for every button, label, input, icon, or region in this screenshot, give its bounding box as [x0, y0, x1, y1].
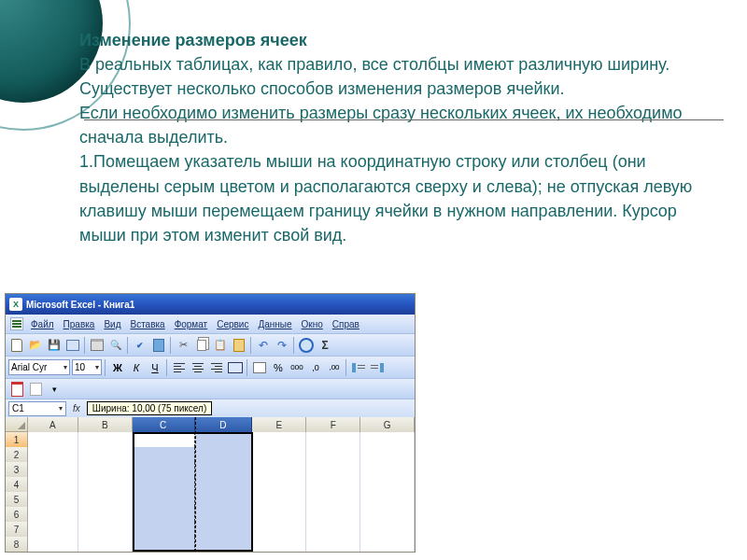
- cell[interactable]: [252, 522, 306, 537]
- currency-icon[interactable]: [251, 359, 268, 376]
- cell[interactable]: [360, 432, 415, 447]
- open-icon[interactable]: [27, 337, 44, 354]
- row-header[interactable]: 1: [6, 432, 28, 447]
- decrease-indent-icon[interactable]: [350, 359, 367, 376]
- cell[interactable]: [306, 432, 360, 447]
- cell[interactable]: [195, 492, 253, 507]
- menu-file[interactable]: Файл: [26, 319, 59, 329]
- worksheet-menu-icon[interactable]: [10, 317, 23, 330]
- cell[interactable]: [28, 537, 78, 552]
- cell[interactable]: [133, 492, 195, 507]
- menu-data[interactable]: Данные: [253, 319, 296, 329]
- row-header[interactable]: 2: [6, 447, 28, 462]
- hyperlink-icon[interactable]: [298, 337, 315, 354]
- menu-window[interactable]: Окно: [297, 319, 328, 329]
- cell[interactable]: [195, 447, 253, 462]
- cell[interactable]: [252, 537, 306, 552]
- cell[interactable]: [78, 537, 133, 552]
- row-header[interactable]: 4: [6, 477, 28, 492]
- select-all-corner[interactable]: [6, 417, 28, 432]
- cell[interactable]: [28, 432, 78, 447]
- cell[interactable]: [306, 522, 360, 537]
- cell[interactable]: [252, 462, 306, 477]
- cell[interactable]: [133, 432, 195, 447]
- increase-indent-icon[interactable]: [369, 359, 386, 376]
- cell[interactable]: [133, 462, 195, 477]
- cell[interactable]: [306, 507, 360, 522]
- font-size-select[interactable]: 10▾: [72, 359, 102, 375]
- autosum-icon[interactable]: [317, 337, 333, 354]
- merge-cells-icon[interactable]: [227, 359, 244, 376]
- menu-insert[interactable]: Вставка: [125, 319, 169, 329]
- cell[interactable]: [360, 492, 415, 507]
- cell[interactable]: [28, 507, 78, 522]
- row-header[interactable]: 5: [6, 492, 28, 507]
- cell[interactable]: [133, 537, 195, 552]
- row-header[interactable]: 7: [6, 522, 28, 537]
- pdf-settings-icon[interactable]: [27, 381, 44, 398]
- toolbar-options-icon[interactable]: ▾: [46, 381, 63, 398]
- cell[interactable]: [78, 432, 133, 447]
- cell[interactable]: [306, 492, 360, 507]
- col-header-f[interactable]: F: [306, 417, 360, 432]
- cell[interactable]: [133, 507, 195, 522]
- pdf-export-icon[interactable]: [8, 381, 25, 398]
- format-painter-icon[interactable]: [231, 337, 247, 354]
- titlebar[interactable]: X Microsoft Excel - Книга1: [6, 294, 415, 315]
- cell[interactable]: [28, 477, 78, 492]
- new-icon[interactable]: [8, 337, 25, 354]
- comma-style-icon[interactable]: [289, 359, 305, 376]
- copy-icon[interactable]: [193, 337, 210, 354]
- permission-icon[interactable]: [64, 337, 81, 354]
- align-left-icon[interactable]: [171, 359, 188, 376]
- research-icon[interactable]: [150, 337, 167, 354]
- increase-decimal-icon[interactable]: [326, 359, 343, 376]
- cell[interactable]: [78, 492, 133, 507]
- cell[interactable]: [133, 477, 195, 492]
- cell[interactable]: [360, 507, 415, 522]
- cell[interactable]: [78, 507, 133, 522]
- cell[interactable]: [195, 537, 253, 552]
- cell[interactable]: [78, 477, 133, 492]
- cell[interactable]: [306, 477, 360, 492]
- print-preview-icon[interactable]: [107, 337, 124, 354]
- cell[interactable]: [195, 432, 253, 447]
- font-name-select[interactable]: Arial Cyr▾: [8, 359, 70, 375]
- cell[interactable]: [306, 537, 360, 552]
- row-header[interactable]: 3: [6, 462, 28, 477]
- menu-tools[interactable]: Сервис: [212, 319, 253, 329]
- underline-icon[interactable]: [147, 359, 163, 376]
- align-center-icon[interactable]: [190, 359, 206, 376]
- cell[interactable]: [28, 522, 78, 537]
- cell[interactable]: [28, 462, 78, 477]
- cell[interactable]: [360, 477, 415, 492]
- menu-format[interactable]: Формат: [170, 319, 213, 329]
- cell[interactable]: [195, 507, 253, 522]
- col-header-e[interactable]: E: [252, 417, 306, 432]
- cell[interactable]: [252, 447, 306, 462]
- cell[interactable]: [360, 522, 415, 537]
- col-header-d[interactable]: D: [195, 417, 253, 432]
- italic-icon[interactable]: [128, 359, 145, 376]
- cell[interactable]: [252, 507, 306, 522]
- align-right-icon[interactable]: [208, 359, 225, 376]
- save-icon[interactable]: [46, 337, 63, 354]
- cell[interactable]: [252, 477, 306, 492]
- cell[interactable]: [360, 462, 415, 477]
- undo-icon[interactable]: [255, 337, 272, 354]
- row-header[interactable]: 8: [6, 537, 28, 552]
- cell[interactable]: [133, 522, 195, 537]
- print-icon[interactable]: [89, 337, 106, 354]
- cell[interactable]: [252, 492, 306, 507]
- decrease-decimal-icon[interactable]: [307, 359, 324, 376]
- cell[interactable]: [252, 432, 306, 447]
- percent-icon[interactable]: [270, 359, 287, 376]
- menu-help[interactable]: Справ: [328, 319, 364, 329]
- cell[interactable]: [306, 447, 360, 462]
- cell[interactable]: [195, 522, 253, 537]
- menu-view[interactable]: Вид: [99, 319, 125, 329]
- cell[interactable]: [360, 447, 415, 462]
- worksheet-grid[interactable]: A B C D E F G 12345678: [6, 417, 415, 552]
- paste-icon[interactable]: [212, 337, 229, 354]
- cell[interactable]: [78, 462, 133, 477]
